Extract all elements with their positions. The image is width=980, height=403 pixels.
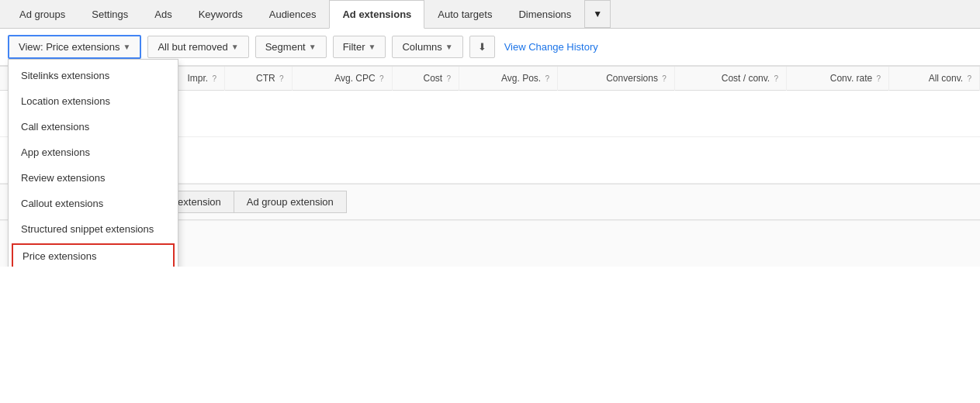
filter-button[interactable]: Filter ▼ bbox=[333, 36, 386, 58]
nav-tab-settings[interactable]: Settings bbox=[78, 0, 141, 28]
filter-chevron-icon: ▼ bbox=[369, 43, 376, 51]
view-dropdown-wrapper: View: Price extensions ▼ Sitelinks exten… bbox=[8, 35, 141, 59]
toolbar: View: Price extensions ▼ Sitelinks exten… bbox=[0, 29, 980, 66]
nav-tab-audiences[interactable]: Audiences bbox=[256, 0, 330, 28]
dropdown-item-structured-snippet[interactable]: Structured snippet extensions bbox=[9, 216, 178, 242]
segment-chevron-icon: ▼ bbox=[309, 43, 317, 51]
help-icon[interactable]: ? bbox=[379, 74, 384, 83]
help-icon[interactable]: ? bbox=[545, 74, 549, 83]
col-header-cost_conv: Cost / conv. ? bbox=[674, 67, 786, 91]
col-header-cost: Cost ? bbox=[392, 67, 459, 91]
segment-label: Segment bbox=[265, 41, 306, 53]
view-price-extensions-button[interactable]: View: Price extensions ▼ bbox=[8, 35, 141, 59]
dropdown-item-sitelinks[interactable]: Sitelinks extensions bbox=[9, 63, 178, 88]
view-dropdown-menu: Sitelinks extensionsLocation extensionsC… bbox=[8, 59, 178, 267]
all-but-removed-label: All but removed bbox=[158, 41, 227, 53]
segment-button[interactable]: Segment ▼ bbox=[255, 36, 327, 58]
filter-label: Filter bbox=[343, 41, 365, 53]
help-icon[interactable]: ? bbox=[279, 74, 284, 83]
nav-tab-ad-groups[interactable]: Ad groups bbox=[6, 0, 78, 28]
download-button[interactable]: ⬇ bbox=[469, 36, 495, 58]
help-icon[interactable]: ? bbox=[774, 74, 779, 83]
download-icon: ⬇ bbox=[478, 41, 487, 53]
col-header-ctr: CTR ? bbox=[225, 67, 292, 91]
dropdown-item-price[interactable]: Price extensions bbox=[12, 243, 175, 267]
col-header-conversions: Conversions ? bbox=[558, 67, 675, 91]
view-change-history-link[interactable]: View Change History bbox=[504, 41, 598, 53]
col-header-all_conv: All conv. ? bbox=[889, 67, 980, 91]
col-header-avg_pos: Avg. Pos. ? bbox=[459, 67, 558, 91]
columns-chevron-icon: ▼ bbox=[445, 43, 453, 51]
nav-tab-ad-extensions[interactable]: Ad extensions bbox=[329, 0, 424, 29]
view-chevron-icon: ▼ bbox=[123, 43, 131, 51]
col-header-avg_cpc: Avg. CPC ? bbox=[292, 67, 392, 91]
nav-tab-dimensions[interactable]: Dimensions bbox=[505, 0, 584, 28]
columns-label: Columns bbox=[402, 41, 442, 53]
help-icon[interactable]: ? bbox=[877, 74, 881, 83]
dropdown-item-location[interactable]: Location extensions bbox=[9, 88, 178, 114]
view-label: View: Price extensions bbox=[19, 41, 120, 53]
dropdown-item-review[interactable]: Review extensions bbox=[9, 165, 178, 191]
nav-more-button[interactable]: ▼ bbox=[584, 0, 611, 28]
nav-tab-ads[interactable]: Ads bbox=[141, 0, 185, 28]
help-icon[interactable]: ? bbox=[967, 74, 971, 83]
nav-tab-keywords[interactable]: Keywords bbox=[185, 0, 256, 28]
top-nav: Ad groupsSettingsAdsKeywordsAudiencesAd … bbox=[0, 0, 980, 29]
help-icon[interactable]: ? bbox=[213, 74, 217, 83]
help-icon[interactable]: ? bbox=[662, 74, 667, 83]
dropdown-item-app[interactable]: App extensions bbox=[9, 140, 178, 165]
sub-tab-ad-group-extension[interactable]: Ad group extension bbox=[234, 191, 347, 213]
nav-tab-auto-targets[interactable]: Auto targets bbox=[424, 0, 505, 28]
all-but-removed-button[interactable]: All but removed ▼ bbox=[147, 36, 248, 58]
columns-button[interactable]: Columns ▼ bbox=[392, 36, 462, 58]
help-icon[interactable]: ? bbox=[447, 74, 452, 83]
all-but-removed-chevron-icon: ▼ bbox=[231, 43, 239, 51]
col-header-conv_rate: Conv. rate ? bbox=[787, 67, 889, 91]
dropdown-item-call[interactable]: Call extensions bbox=[9, 114, 178, 140]
dropdown-item-callout[interactable]: Callout extensions bbox=[9, 191, 178, 216]
